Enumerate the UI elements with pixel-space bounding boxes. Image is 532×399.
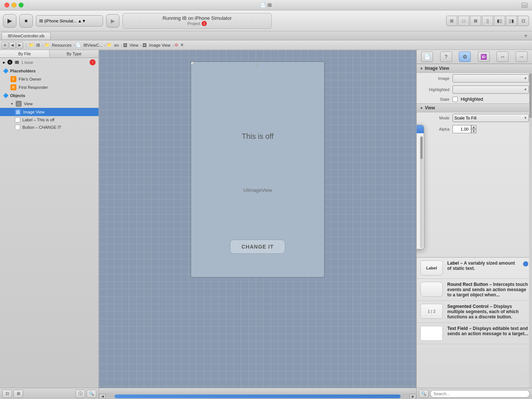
mode-selector[interactable]: Scale To Fill ▼ [452, 114, 529, 122]
phone-frame[interactable]: ✕ ▲ This is off UIImageView CHANGE IT [190, 61, 325, 278]
scroll-track[interactable] [115, 395, 401, 398]
tab-by-file[interactable]: By File [0, 50, 50, 57]
maximize-button[interactable] [19, 3, 24, 7]
color-item-clear[interactable]: Clear Color [416, 195, 419, 203]
scroll-right-arrow[interactable]: ▶ [410, 394, 416, 399]
breadcrumb-en[interactable]: en [113, 43, 120, 48]
color-item-flipside[interactable]: View Flipside Background Color [416, 187, 419, 195]
section-toggle-view[interactable]: ▼ [420, 106, 423, 110]
add-target-button[interactable]: ▶ [106, 14, 119, 28]
widget-info-label: Label – A variably sized amount of stati… [447, 261, 519, 271]
bottom-btn-2[interactable]: ⊞ [13, 390, 23, 398]
scroll-left-arrow[interactable]: ◀ [99, 394, 106, 399]
color-item-darktext[interactable]: Dark Text Color [416, 154, 419, 162]
stop-button[interactable]: ■ [19, 14, 33, 28]
alpha-value[interactable]: 1.00 [452, 125, 471, 133]
sidebar-item-filesowner[interactable]: F File's Owner [0, 75, 99, 83]
view-btn-5[interactable]: ▮▯ [494, 16, 505, 26]
main-layout: By File By Type ▶ 🅐 IB 1 issue ! 🔷 Place… [0, 50, 532, 388]
tab-by-type[interactable]: By Type [50, 50, 99, 57]
image-select-arrow: ▼ [524, 77, 527, 80]
form-row-alpha: Alpha 1.00 ▲ ▼ [417, 124, 532, 135]
sidebar-item-label[interactable]: Label – This is off [0, 116, 99, 124]
panel-btn-size[interactable]: ↔ [497, 52, 508, 62]
resize-button[interactable]: — [522, 3, 528, 8]
widget-title-button: Round Rect Button – Intercepts touch eve… [447, 282, 528, 297]
highlighted-selector[interactable]: ▼ [452, 85, 529, 94]
sidebar-tabs: By File By Type [0, 50, 99, 58]
highlighted-state-label: Highlighted [461, 97, 483, 102]
sidebar-item-view[interactable]: ▼ □ View [0, 100, 99, 108]
minimize-button[interactable] [12, 3, 16, 7]
alpha-increment[interactable]: ▲ [471, 125, 476, 129]
nav-grid-button[interactable]: ⊞ [1, 42, 8, 49]
canvas-resize-handle[interactable]: ▲ [255, 63, 260, 67]
breadcrumb-ibviewcontroller[interactable]: IBViewC... [82, 43, 104, 48]
color-item-white[interactable]: White Color [416, 220, 419, 228]
breadcrumb-imageview[interactable]: Image View [147, 43, 172, 48]
alpha-decrement[interactable]: ▼ [471, 129, 476, 133]
view-btn-2[interactable]: □ [458, 16, 469, 26]
view-btn-7[interactable]: ⊡ [518, 16, 529, 26]
sidebar-placeholders-header: 🔷 Placeholders [0, 67, 99, 75]
color-item-black[interactable]: Black Color [416, 212, 419, 220]
section-toggle-imageview[interactable]: ▼ [420, 66, 423, 71]
bottom-btn-search-left[interactable]: 🔍 [87, 390, 96, 398]
widget-item-segment[interactable]: 1 | 2 Segmented Control – Displays multi… [417, 301, 532, 323]
breadcrumb-resources[interactable]: Resources [50, 43, 73, 48]
color-item-grouptableview[interactable]: Group Table View Background Color [416, 162, 419, 171]
panel-btn-identity[interactable]: 🆔 [478, 52, 490, 62]
play-icon: ▶ [7, 17, 12, 24]
placeholders-label: Placeholders [10, 69, 35, 73]
nav-back-button[interactable]: ◀ [9, 42, 16, 49]
close-button[interactable] [4, 3, 9, 7]
widget-search-input[interactable] [430, 390, 530, 398]
play-button[interactable]: ▶ [3, 14, 16, 28]
left-sidebar: By File By Type ▶ 🅐 IB 1 issue ! 🔷 Place… [0, 50, 99, 388]
nav-forward-button[interactable]: ▶ [16, 42, 23, 49]
window-control-right: — [522, 3, 528, 8]
sidebar-item-ib[interactable]: ▶ 🅐 IB 1 issue ! [0, 58, 99, 67]
color-picker-scrollbar[interactable] [420, 136, 423, 248]
color-item-lighttext[interactable]: Light Text Color [416, 171, 419, 179]
view-btn-6[interactable]: ▯▮ [506, 16, 517, 26]
breadcrumb-ib[interactable]: IB [35, 43, 41, 48]
view-btn-4[interactable]: ▯ [482, 16, 493, 26]
segment-preview-text: 1 | 2 [427, 309, 435, 314]
widget-info-button: Round Rect Button – Intercepts touch eve… [447, 282, 528, 297]
phone-text: This is off [242, 132, 273, 141]
color-other-link[interactable]: Other... [416, 236, 419, 246]
image-selector[interactable]: ▼ [452, 74, 529, 82]
color-item-scrollview[interactable]: Scroll View Textured Background Color [416, 179, 419, 187]
error-badge: 1 [202, 21, 207, 26]
tab-ibviewcontroller[interactable]: IBViewController.xib [1, 32, 51, 39]
widget-item-textfield[interactable]: Text Field – Displays editable text and … [417, 323, 532, 344]
view-btn-3[interactable]: ⊠ [470, 16, 481, 26]
sidebar-item-imageview[interactable]: 🖼 Image View [0, 108, 99, 116]
section-imageview-title: Image View [425, 66, 449, 71]
breadcrumb-view[interactable]: View [128, 43, 140, 48]
highlighted-checkbox[interactable] [452, 97, 458, 102]
phone-close-button[interactable]: ✕ [190, 61, 194, 65]
sidebar-item-firstresponder[interactable]: R First Responder [0, 83, 99, 91]
color-item-lightgray[interactable]: Light Gray Color [416, 203, 419, 212]
form-row-state: State Highlighted [417, 95, 532, 103]
panel-btn-quick-help[interactable]: ? [440, 52, 452, 62]
view-btn-1[interactable]: ⊞ [446, 16, 457, 26]
sidebar-item-button[interactable]: Button – CHANGE IT [0, 124, 99, 131]
nav-close-btn[interactable]: ✕ [180, 43, 184, 47]
bottom-btn-1[interactable]: ⊡ [2, 390, 12, 398]
color-item-darkgray[interactable]: Dark Gray Color [416, 228, 419, 236]
right-panel-scrollbar[interactable] [529, 72, 532, 388]
right-bottom-btn[interactable]: 🔍 [419, 390, 429, 398]
simulator-selector[interactable]: IB (iPhone Simulat... ▲▼ [36, 15, 103, 27]
widget-item-label[interactable]: Label Label – A variably sized amount of… [417, 258, 532, 279]
widget-item-button[interactable]: Round Rect Button – Intercepts touch eve… [417, 279, 532, 301]
widget-library: Label Label – A variably sized amount of… [417, 257, 532, 377]
add-tab-button[interactable]: + [521, 32, 531, 39]
panel-btn-attributes[interactable]: ⚙ [459, 52, 471, 62]
bottom-btn-info[interactable]: ⓘ [75, 390, 85, 398]
panel-btn-connections[interactable]: → [516, 52, 528, 62]
panel-btn-file[interactable]: 📄 [421, 52, 433, 62]
phone-change-button[interactable]: CHANGE IT [230, 240, 285, 254]
